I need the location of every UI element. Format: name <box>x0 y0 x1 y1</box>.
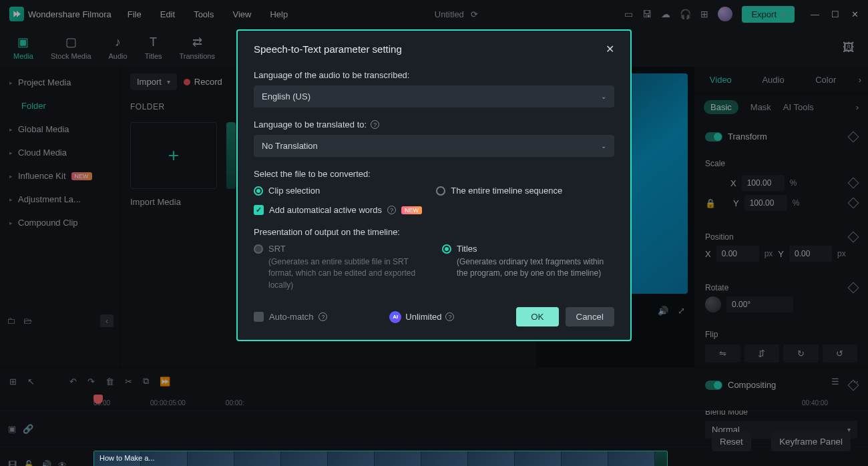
cancel-button[interactable]: Cancel <box>566 307 615 326</box>
checkbox-auto-match[interactable]: ✓ Auto-match ? <box>254 312 327 322</box>
help-icon[interactable]: ? <box>371 120 379 129</box>
help-icon[interactable]: ? <box>445 312 454 321</box>
language-select[interactable]: English (US)⌄ <box>254 85 614 107</box>
radio-icon <box>254 186 263 196</box>
help-icon[interactable]: ? <box>387 206 396 214</box>
radio-entire-timeline[interactable]: The entire timeline sequence <box>436 186 562 196</box>
checkbox-active-words[interactable]: ✓ Add automatical active words ? NEW <box>254 205 614 215</box>
ai-badge-icon: AI <box>389 311 401 323</box>
radio-titles[interactable]: Titles <box>442 244 614 254</box>
ok-button[interactable]: OK <box>516 307 558 326</box>
unlimited-label: Unlimited <box>405 312 441 322</box>
checkbox-icon: ✓ <box>254 205 264 215</box>
close-icon[interactable]: ✕ <box>606 43 614 55</box>
modal-title: Speech-to-Text parameter setting <box>254 43 402 55</box>
select-file-label: Select the file to be converted: <box>254 169 614 179</box>
srt-description: (Generates an entire subtitle file in SR… <box>254 256 426 291</box>
new-badge: NEW <box>401 206 422 214</box>
radio-icon <box>254 244 263 254</box>
speech-to-text-modal: Speech-to-Text parameter setting ✕ Langu… <box>236 29 632 341</box>
radio-clip-selection[interactable]: Clip selection <box>254 186 320 196</box>
translate-select[interactable]: No Translation⌄ <box>254 135 614 157</box>
help-icon[interactable]: ? <box>318 312 327 321</box>
clip-label: How to Make a... <box>99 454 155 462</box>
presentation-label: Presentation of output on the timeline: <box>254 227 614 237</box>
titles-description: (Generates ordinary text fragments withi… <box>442 256 614 280</box>
modal-backdrop: Speech-to-Text parameter setting ✕ Langu… <box>0 0 868 466</box>
translate-label: Language to be translated to: ? <box>254 120 614 130</box>
radio-srt[interactable]: SRT <box>254 244 426 254</box>
radio-icon <box>436 186 445 196</box>
checkbox-icon: ✓ <box>254 312 264 322</box>
radio-icon <box>442 244 451 254</box>
language-label: Language of the audio to be transcribed: <box>254 70 614 80</box>
